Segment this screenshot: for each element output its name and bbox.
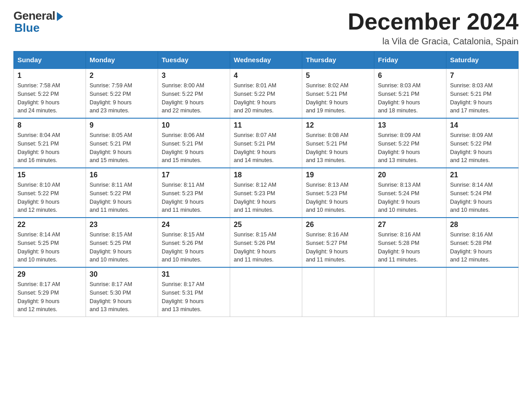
- day-number: 24: [162, 221, 226, 229]
- calendar-cell: 2Sunrise: 7:59 AMSunset: 5:22 PMDaylight…: [86, 68, 158, 118]
- calendar-cell: 1Sunrise: 7:58 AMSunset: 5:22 PMDaylight…: [14, 68, 86, 118]
- calendar-cell: 6Sunrise: 8:03 AMSunset: 5:21 PMDaylight…: [374, 68, 446, 118]
- day-info: Sunrise: 8:00 AMSunset: 5:22 PMDaylight:…: [162, 81, 226, 115]
- day-number: 8: [17, 121, 82, 129]
- day-number: 12: [306, 121, 370, 129]
- calendar-cell: 28Sunrise: 8:16 AMSunset: 5:28 PMDayligh…: [446, 218, 519, 267]
- calendar-cell: 3Sunrise: 8:00 AMSunset: 5:22 PMDaylight…: [158, 68, 230, 118]
- day-info: Sunrise: 8:12 AMSunset: 5:23 PMDaylight:…: [234, 181, 298, 214]
- day-number: 30: [90, 270, 154, 278]
- day-number: 5: [306, 72, 370, 80]
- calendar-header-friday: Friday: [374, 51, 446, 69]
- calendar-cell: 21Sunrise: 8:14 AMSunset: 5:24 PMDayligh…: [446, 168, 519, 218]
- day-info: Sunrise: 8:11 AMSunset: 5:22 PMDaylight:…: [90, 181, 154, 214]
- logo-blue-text: Blue: [14, 21, 39, 35]
- day-info: Sunrise: 8:08 AMSunset: 5:21 PMDaylight:…: [306, 131, 370, 165]
- calendar-header-thursday: Thursday: [302, 51, 374, 69]
- day-info: Sunrise: 7:59 AMSunset: 5:22 PMDaylight:…: [90, 81, 154, 115]
- calendar-cell: 7Sunrise: 8:03 AMSunset: 5:21 PMDaylight…: [446, 68, 519, 118]
- month-title: December 2024: [348, 9, 519, 34]
- calendar-cell: 11Sunrise: 8:07 AMSunset: 5:21 PMDayligh…: [230, 118, 302, 168]
- day-number: 26: [306, 221, 370, 229]
- day-number: 13: [378, 121, 442, 129]
- day-info: Sunrise: 8:09 AMSunset: 5:22 PMDaylight:…: [378, 131, 442, 165]
- day-info: Sunrise: 8:17 AMSunset: 5:30 PMDaylight:…: [90, 280, 154, 314]
- day-number: 11: [234, 121, 298, 129]
- title-section: December 2024 la Vila de Gracia, Catalon…: [348, 9, 519, 47]
- day-info: Sunrise: 8:07 AMSunset: 5:21 PMDaylight:…: [234, 131, 298, 165]
- day-number: 29: [17, 270, 82, 278]
- day-number: 3: [162, 72, 226, 80]
- calendar-cell: 9Sunrise: 8:05 AMSunset: 5:21 PMDaylight…: [86, 118, 158, 168]
- logo: General Blue: [13, 9, 63, 35]
- calendar-cell: 18Sunrise: 8:12 AMSunset: 5:23 PMDayligh…: [230, 168, 302, 218]
- day-info: Sunrise: 8:06 AMSunset: 5:21 PMDaylight:…: [162, 131, 226, 165]
- day-info: Sunrise: 8:13 AMSunset: 5:23 PMDaylight:…: [306, 181, 370, 214]
- calendar-header-wednesday: Wednesday: [230, 51, 302, 69]
- calendar-cell: 31Sunrise: 8:17 AMSunset: 5:31 PMDayligh…: [158, 267, 230, 317]
- calendar-header-row: SundayMondayTuesdayWednesdayThursdayFrid…: [14, 51, 519, 69]
- day-info: Sunrise: 8:14 AMSunset: 5:24 PMDaylight:…: [450, 181, 515, 214]
- calendar-cell: 5Sunrise: 8:02 AMSunset: 5:21 PMDaylight…: [302, 68, 374, 118]
- calendar-cell: 8Sunrise: 8:04 AMSunset: 5:21 PMDaylight…: [14, 118, 86, 168]
- day-info: Sunrise: 8:14 AMSunset: 5:25 PMDaylight:…: [17, 231, 82, 264]
- day-number: 16: [90, 171, 154, 179]
- calendar-cell: 20Sunrise: 8:13 AMSunset: 5:24 PMDayligh…: [374, 168, 446, 218]
- day-info: Sunrise: 8:01 AMSunset: 5:22 PMDaylight:…: [234, 81, 298, 115]
- calendar-header-monday: Monday: [86, 51, 158, 69]
- day-number: 23: [90, 221, 154, 229]
- day-info: Sunrise: 8:05 AMSunset: 5:21 PMDaylight:…: [90, 131, 154, 165]
- calendar-cell: 16Sunrise: 8:11 AMSunset: 5:22 PMDayligh…: [86, 168, 158, 218]
- day-info: Sunrise: 8:03 AMSunset: 5:21 PMDaylight:…: [378, 81, 442, 115]
- calendar-cell: 4Sunrise: 8:01 AMSunset: 5:22 PMDaylight…: [230, 68, 302, 118]
- day-number: 28: [450, 221, 515, 229]
- calendar-cell: 23Sunrise: 8:15 AMSunset: 5:25 PMDayligh…: [86, 218, 158, 267]
- day-number: 25: [234, 221, 298, 229]
- day-info: Sunrise: 8:16 AMSunset: 5:28 PMDaylight:…: [450, 231, 515, 264]
- day-info: Sunrise: 8:15 AMSunset: 5:26 PMDaylight:…: [162, 231, 226, 264]
- day-info: Sunrise: 8:11 AMSunset: 5:23 PMDaylight:…: [162, 181, 226, 214]
- day-info: Sunrise: 8:16 AMSunset: 5:27 PMDaylight:…: [306, 231, 370, 264]
- day-number: 17: [162, 171, 226, 179]
- calendar-cell: [374, 267, 446, 317]
- calendar-cell: 22Sunrise: 8:14 AMSunset: 5:25 PMDayligh…: [14, 218, 86, 267]
- day-info: Sunrise: 8:02 AMSunset: 5:21 PMDaylight:…: [306, 81, 370, 115]
- calendar-cell: 17Sunrise: 8:11 AMSunset: 5:23 PMDayligh…: [158, 168, 230, 218]
- day-number: 18: [234, 171, 298, 179]
- calendar-cell: 12Sunrise: 8:08 AMSunset: 5:21 PMDayligh…: [302, 118, 374, 168]
- day-info: Sunrise: 8:04 AMSunset: 5:21 PMDaylight:…: [17, 131, 82, 165]
- day-number: 15: [17, 171, 82, 179]
- calendar-cell: [446, 267, 519, 317]
- day-number: 14: [450, 121, 515, 129]
- day-info: Sunrise: 8:03 AMSunset: 5:21 PMDaylight:…: [450, 81, 515, 115]
- calendar-cell: 13Sunrise: 8:09 AMSunset: 5:22 PMDayligh…: [374, 118, 446, 168]
- day-number: 6: [378, 72, 442, 80]
- calendar-week-row: 22Sunrise: 8:14 AMSunset: 5:25 PMDayligh…: [14, 218, 519, 267]
- day-number: 9: [90, 121, 154, 129]
- day-number: 22: [17, 221, 82, 229]
- calendar-cell: 15Sunrise: 8:10 AMSunset: 5:22 PMDayligh…: [14, 168, 86, 218]
- logo-arrow-icon: [57, 12, 63, 21]
- calendar-week-row: 1Sunrise: 7:58 AMSunset: 5:22 PMDaylight…: [14, 68, 519, 118]
- calendar-cell: 27Sunrise: 8:16 AMSunset: 5:28 PMDayligh…: [374, 218, 446, 267]
- day-number: 1: [17, 72, 82, 80]
- calendar-cell: 25Sunrise: 8:15 AMSunset: 5:26 PMDayligh…: [230, 218, 302, 267]
- calendar-header-sunday: Sunday: [14, 51, 86, 69]
- calendar-cell: 30Sunrise: 8:17 AMSunset: 5:30 PMDayligh…: [86, 267, 158, 317]
- calendar-header-saturday: Saturday: [446, 51, 519, 69]
- calendar-cell: 24Sunrise: 8:15 AMSunset: 5:26 PMDayligh…: [158, 218, 230, 267]
- day-info: Sunrise: 8:16 AMSunset: 5:28 PMDaylight:…: [378, 231, 442, 264]
- calendar-header-tuesday: Tuesday: [158, 51, 230, 69]
- day-info: Sunrise: 8:13 AMSunset: 5:24 PMDaylight:…: [378, 181, 442, 214]
- day-number: 10: [162, 121, 226, 129]
- day-number: 20: [378, 171, 442, 179]
- calendar-cell: 29Sunrise: 8:17 AMSunset: 5:29 PMDayligh…: [14, 267, 86, 317]
- calendar-cell: 14Sunrise: 8:09 AMSunset: 5:22 PMDayligh…: [446, 118, 519, 168]
- calendar-week-row: 29Sunrise: 8:17 AMSunset: 5:29 PMDayligh…: [14, 267, 519, 317]
- calendar-cell: [230, 267, 302, 317]
- day-info: Sunrise: 8:17 AMSunset: 5:29 PMDaylight:…: [17, 280, 82, 314]
- day-number: 31: [162, 270, 226, 278]
- calendar-cell: 10Sunrise: 8:06 AMSunset: 5:21 PMDayligh…: [158, 118, 230, 168]
- page-header: General Blue December 2024 la Vila de Gr…: [13, 9, 519, 47]
- day-number: 2: [90, 72, 154, 80]
